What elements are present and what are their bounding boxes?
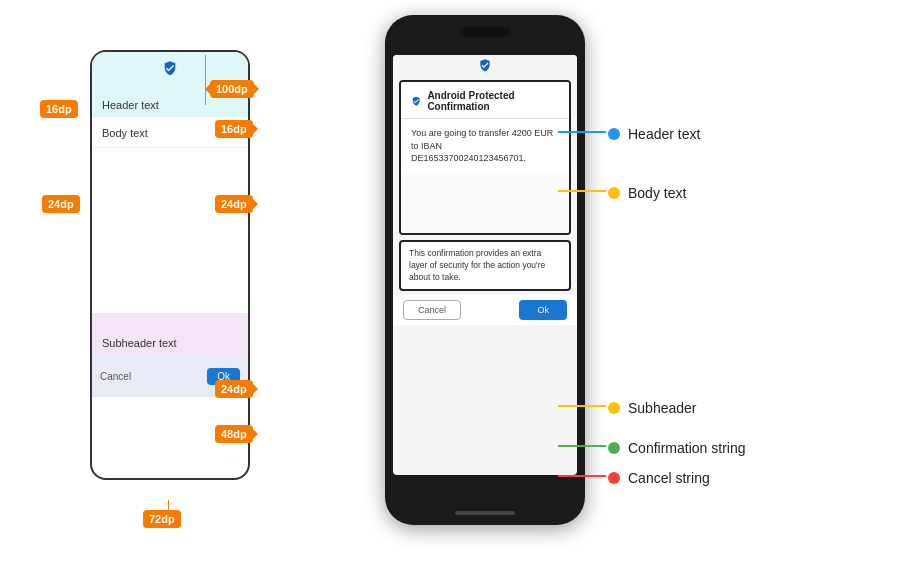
- subheader-text-left: Subheader text: [102, 319, 238, 349]
- callout-dot-confirm: [608, 442, 620, 454]
- left-phone-frame: Header text Body text Subheader text Can…: [90, 50, 250, 480]
- callout-body-text: Body text: [608, 185, 686, 201]
- callout-subheader: Subheader: [608, 400, 697, 416]
- line-confirm: [558, 445, 606, 447]
- line-subheader: [558, 405, 606, 407]
- subheader-box: This confirmation provides an extra laye…: [399, 240, 571, 292]
- subheader-text-right: This confirmation provides an extra laye…: [409, 248, 561, 284]
- dim-16dp-right: 16dp: [215, 120, 253, 138]
- shield-icon: [162, 60, 178, 80]
- callout-dot-body: [608, 187, 620, 199]
- dim-16dp-left: 16dp: [40, 100, 78, 118]
- dim-24dp-left: 24dp: [42, 195, 80, 213]
- callout-header-text: Header text: [608, 126, 700, 142]
- line-cancel: [558, 475, 606, 477]
- dialog-title: Android Protected Confirmation: [427, 90, 559, 112]
- dim-72dp: 72dp: [143, 510, 181, 528]
- phone-notch: [460, 27, 510, 37]
- line-body: [558, 190, 606, 192]
- dialog-body: You are going to transfer 4200 EUR to IB…: [401, 119, 569, 173]
- right-phone: Android Protected Confirmation You are g…: [370, 5, 600, 565]
- callout-label-body: Body text: [628, 185, 686, 201]
- dialog-title-bar: Android Protected Confirmation: [401, 82, 569, 119]
- phone-body: Android Protected Confirmation You are g…: [385, 15, 585, 525]
- phone-screen: Android Protected Confirmation You are g…: [393, 55, 577, 475]
- subheader-section-left: Subheader text: [92, 313, 248, 355]
- body-text-left: Body text: [102, 127, 148, 139]
- dim-24dp-right: 24dp: [215, 195, 253, 213]
- dim-48dp: 48dp: [215, 425, 253, 443]
- main-dialog: Android Protected Confirmation You are g…: [399, 80, 571, 235]
- callout-dot-header: [608, 128, 620, 140]
- phone-home-bar: [455, 511, 515, 515]
- header-text-left: Header text: [92, 99, 248, 111]
- left-diagram: Header text Body text Subheader text Can…: [40, 20, 270, 550]
- dialog-spacer: [401, 173, 569, 233]
- cancel-button-left[interactable]: Cancel: [100, 371, 131, 382]
- spacer: [92, 148, 248, 313]
- status-bar: [393, 55, 577, 75]
- ok-button-right[interactable]: Ok: [519, 300, 567, 320]
- callout-label-confirm: Confirmation string: [628, 440, 746, 456]
- callout-label-header: Header text: [628, 126, 700, 142]
- callout-dot-cancel: [608, 472, 620, 484]
- dialog-buttons: Cancel Ok: [393, 295, 577, 325]
- callout-label-subheader: Subheader: [628, 400, 697, 416]
- line-header: [558, 131, 606, 133]
- callout-cancel: Cancel string: [608, 470, 710, 486]
- dialog-shield-icon: [411, 95, 421, 107]
- dim-100dp: 100dp: [210, 80, 254, 98]
- callout-dot-subheader: [608, 402, 620, 414]
- cancel-button-right[interactable]: Cancel: [403, 300, 461, 320]
- vline-100dp: [205, 55, 206, 105]
- dim-24dp-sub: 24dp: [215, 380, 253, 398]
- callout-confirmation: Confirmation string: [608, 440, 746, 456]
- callout-label-cancel: Cancel string: [628, 470, 710, 486]
- vline-72dp: [168, 500, 169, 510]
